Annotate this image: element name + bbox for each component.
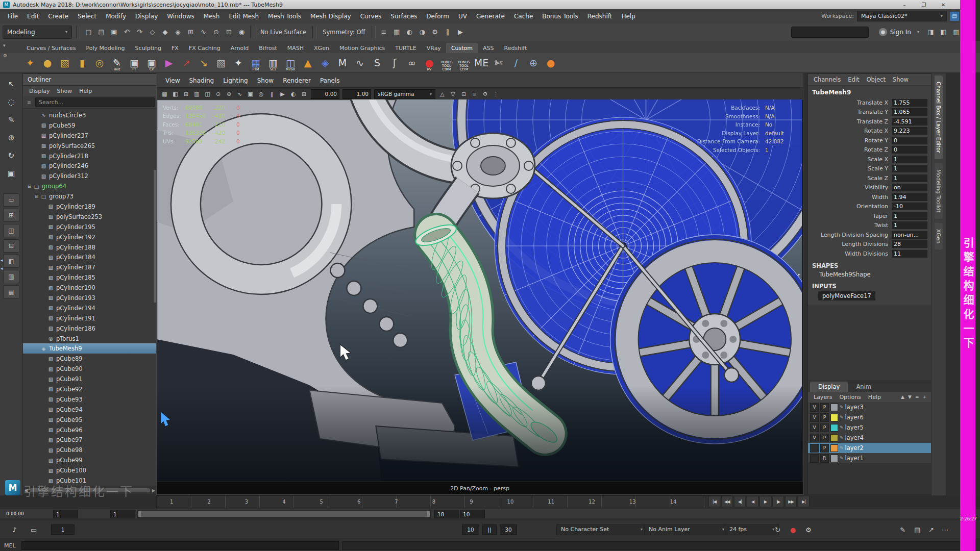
outliner-item[interactable]: ▧ pCube59 (23, 120, 157, 131)
layer-playback-checkbox[interactable]: P (820, 444, 829, 453)
outliner-item[interactable]: ▧ pCube90 (23, 364, 157, 374)
scroll-right-icon[interactable]: ▶ (152, 488, 155, 493)
outliner-item[interactable]: ▧ pCylinder190 (23, 283, 157, 293)
select-component-icon[interactable]: ◈ (172, 26, 184, 38)
attribute-value-field[interactable]: 1 (892, 156, 927, 163)
shelf-icon[interactable]: ▥ SE2 (264, 54, 282, 71)
shelf-tab[interactable]: Poly Modeling (81, 43, 130, 53)
empty-layer-icon[interactable]: ≡ (915, 394, 919, 399)
attribute-label[interactable]: Scale Z (808, 175, 892, 182)
outliner-menu-item[interactable]: Display (26, 88, 54, 94)
playback-speed-field[interactable]: 10 (462, 524, 479, 535)
shelf-icon[interactable]: ▶ (160, 54, 178, 71)
shelf-icon[interactable]: ● (542, 54, 559, 71)
minimize-button[interactable]: – (897, 2, 912, 8)
step-forward-frame-button[interactable]: |▶ (772, 496, 784, 507)
shelf-icon[interactable]: ▧ (56, 54, 74, 71)
play-forward-button[interactable]: ▶ (760, 496, 771, 507)
lasso-tool-icon[interactable]: ◌ (4, 94, 19, 110)
viewport-tool-icon[interactable]: ▣ (245, 89, 256, 99)
move-layer-down-icon[interactable]: ▼ (908, 394, 912, 399)
open-render-view-icon[interactable]: ▦ (390, 26, 403, 38)
render-current-frame-icon[interactable]: ◐ (403, 26, 416, 38)
attribute-value-field[interactable]: 11 (892, 250, 927, 258)
new-scene-icon[interactable]: ▢ (82, 26, 95, 38)
layer-color-swatch[interactable] (830, 444, 838, 452)
animation-start-field[interactable]: 1 (53, 510, 78, 518)
shelf-icon[interactable]: ▣ CP (143, 54, 160, 71)
outliner-item[interactable]: ▨ polySurface265 (23, 141, 157, 151)
attribute-value-field[interactable]: 9.223 (892, 127, 927, 135)
shelf-icon[interactable]: ʃ (386, 54, 403, 71)
attribute-label[interactable]: Orientation (808, 203, 892, 210)
rotate-tool-icon[interactable]: ↻ (4, 148, 19, 163)
play-backwards-button[interactable]: ◀ (747, 496, 758, 507)
outliner-item[interactable]: ▧ pCylinder192 (23, 232, 157, 242)
command-language-label[interactable]: MEL (4, 542, 18, 549)
ipr-render-icon[interactable]: ◑ (416, 26, 429, 38)
construction-history-icon[interactable]: ≡ (378, 26, 390, 38)
layer-visibility-checkbox[interactable]: V (810, 403, 819, 412)
move-tool-icon[interactable]: ⊕ (4, 130, 19, 145)
shelf-tab[interactable]: ASS (478, 43, 499, 53)
shelf-icon[interactable]: ◎ (91, 54, 108, 71)
undo-icon[interactable]: ↶ (120, 26, 133, 38)
layer-menu-item[interactable]: Layers (810, 394, 836, 400)
menu-item[interactable]: Mesh (199, 13, 225, 20)
expander-icon[interactable]: ⊟ (33, 194, 40, 199)
attribute-value-field[interactable]: 1 (892, 212, 927, 220)
attribute-editor-toggle-icon[interactable]: ◨ (924, 26, 937, 38)
attribute-value-field[interactable]: 0 (892, 146, 927, 154)
outliner-item[interactable]: ▧ pCylinder237 (23, 131, 157, 141)
shelf-icon[interactable]: ▧ (212, 54, 230, 71)
menu-item[interactable]: Display (131, 13, 162, 20)
attribute-label[interactable]: Taper (808, 213, 892, 219)
layer-menu-item[interactable]: Help (865, 394, 885, 400)
list-icon[interactable]: ≡ (25, 99, 33, 105)
menu-item[interactable]: Generate (472, 13, 509, 20)
viewport-canvas[interactable] (157, 99, 802, 481)
snap-to-point-icon[interactable]: ⊙ (210, 26, 223, 38)
layer-color-swatch[interactable] (830, 434, 838, 442)
viewport-tool-icon[interactable]: ▶ (277, 89, 288, 99)
menu-item[interactable]: Mesh Display (306, 13, 356, 20)
shelf-icon[interactable]: M (334, 54, 351, 71)
pause-viewport-icon[interactable]: ‖ (442, 26, 454, 38)
outliner-item[interactable]: ▧ pCylinder246 (23, 161, 157, 171)
viewport-tool-icon[interactable]: ⊡ (458, 89, 469, 99)
shelf-icon[interactable]: ↘ (195, 54, 212, 71)
outliner-item[interactable]: ▧ pCylinder186 (23, 323, 157, 334)
shelf-icon[interactable]: ME (473, 54, 490, 71)
shelf-tab[interactable]: TURTLE (390, 43, 421, 53)
shelf-icon[interactable]: ↗ (178, 54, 195, 71)
shelf-icon[interactable]: BONUS TOOL CtRM (438, 54, 455, 71)
layer-playback-checkbox[interactable]: P (820, 403, 829, 412)
shelf-tab[interactable]: Motion Graphics (334, 43, 390, 53)
no-live-surface-label[interactable]: No Live Surface (256, 29, 310, 36)
shelf-tab[interactable]: Sculpting (130, 43, 166, 53)
layer-color-swatch[interactable] (830, 424, 838, 432)
attribute-value-field[interactable]: on (892, 184, 927, 191)
sign-in-button[interactable]: ● Sign In ▾ (874, 28, 924, 36)
viewport-tool-icon[interactable]: ⊕ (224, 89, 234, 99)
shelf-tab[interactable]: Curves / Surfaces (21, 43, 81, 53)
menu-item[interactable]: Edit Mesh (224, 13, 263, 20)
layer-color-swatch[interactable] (830, 404, 838, 411)
layer-editor-tab[interactable]: Anim (848, 382, 879, 392)
command-input[interactable] (21, 541, 339, 550)
attribute-label[interactable]: Length Division Spacing (808, 232, 892, 238)
current-frame-field[interactable]: 1 (51, 524, 75, 535)
single-pane-layout-button[interactable]: ▭ (3, 193, 19, 207)
outliner-item[interactable]: ▧ pCylinder312 (23, 171, 157, 181)
outliner-persp-layout-button[interactable]: ▥ (3, 270, 19, 283)
layer-visibility-checkbox[interactable]: V (810, 434, 819, 442)
viewport-tool-icon[interactable]: ∿ (234, 89, 245, 99)
menu-item[interactable]: Redshift (583, 13, 617, 20)
attribute-value-field[interactable]: 28 (892, 240, 927, 248)
outliner-item[interactable]: ⊟ □ group64 (23, 181, 157, 191)
sidebar-tab[interactable]: Modeling Toolkit (935, 163, 943, 219)
viewport-tool-icon[interactable]: ◎ (256, 89, 266, 99)
menu-item[interactable]: Bonus Tools (537, 13, 582, 20)
workspace-icon[interactable]: ▤ (950, 12, 959, 21)
status-separator[interactable] (372, 26, 376, 38)
